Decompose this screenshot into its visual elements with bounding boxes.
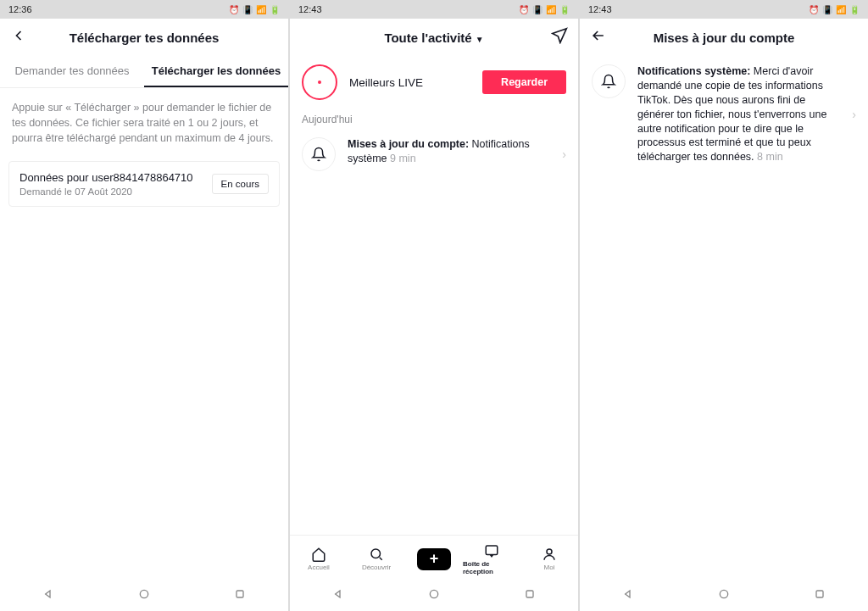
tab-inbox[interactable]: Boîte de réception <box>463 543 520 575</box>
signal-icon: 📶 <box>836 5 846 14</box>
data-request-card: Données pour user8841478864710 Demandé l… <box>8 161 280 207</box>
notification-text: Notifications système: Merci d'avoir dem… <box>637 64 840 164</box>
tabs: Demander tes données Télécharger les don… <box>0 56 288 88</box>
person-icon <box>542 547 557 562</box>
svg-rect-1 <box>236 591 243 597</box>
tab-download-data[interactable]: Télécharger les données <box>144 56 288 87</box>
tab-home[interactable]: Accueil <box>290 547 348 571</box>
data-card-title: Données pour user8841478864710 <box>19 171 193 184</box>
status-time: 12:43 <box>298 4 322 14</box>
tab-me[interactable]: Moi <box>520 547 578 571</box>
nav-recents-icon[interactable] <box>523 587 537 604</box>
tab-request-data[interactable]: Demander tes données <box>0 56 144 87</box>
tab-discover-label: Découvrir <box>362 564 391 571</box>
tab-inbox-label: Boîte de réception <box>463 560 520 575</box>
notification-time: 8 min <box>754 151 783 163</box>
notification-row[interactable]: Mises à jour du compte: Notifications sy… <box>290 129 578 180</box>
battery-icon: 🔋 <box>270 5 280 14</box>
content: Notifications système: Merci d'avoir dem… <box>580 56 868 580</box>
nav-back-icon[interactable] <box>621 587 635 604</box>
bell-icon <box>302 137 336 171</box>
search-icon <box>369 547 384 562</box>
nav-back-icon[interactable] <box>42 587 55 604</box>
svg-point-5 <box>430 590 437 597</box>
nav-home-icon[interactable] <box>427 587 441 604</box>
vibrate-icon: 📳 <box>242 5 253 14</box>
svg-point-4 <box>547 549 552 554</box>
section-today: Aujourd'hui <box>290 108 578 129</box>
svg-point-0 <box>140 590 147 597</box>
page-title: Mises à jour du compte <box>590 31 858 45</box>
svg-rect-3 <box>486 546 498 555</box>
alarm-icon: ⏰ <box>809 5 819 14</box>
back-button[interactable] <box>590 27 607 47</box>
status-time: 12:36 <box>8 4 32 14</box>
nav-recents-icon[interactable] <box>233 587 247 604</box>
android-nav-bar <box>580 580 868 611</box>
chevron-down-icon: ▼ <box>476 35 484 44</box>
notification-time: 9 min <box>387 153 416 164</box>
page-title: Télécharger tes données <box>10 31 278 45</box>
svg-rect-6 <box>526 591 533 597</box>
status-icons: ⏰ 📳 📶 🔋 <box>229 5 280 14</box>
bell-icon <box>592 64 626 98</box>
info-text: Appuie sur « Télécharger » pour demander… <box>0 88 288 154</box>
vibrate-icon: 📳 <box>822 5 832 14</box>
notification-body: Merci d'avoir demandé une copie de tes i… <box>637 65 826 163</box>
status-icons: ⏰ 📳 📶 🔋 <box>519 5 570 14</box>
signal-icon: 📶 <box>546 5 556 14</box>
status-bar: 12:43 ⏰ 📳 📶 🔋 <box>290 0 578 19</box>
live-row[interactable]: Meilleurs LIVE Regarder <box>290 56 578 108</box>
battery-icon: 🔋 <box>559 5 570 14</box>
svg-point-7 <box>720 590 727 597</box>
live-label: Meilleurs LIVE <box>349 76 470 89</box>
screen-download-data: 12:36 ⏰ 📳 📶 🔋 Télécharger tes données De… <box>0 0 288 611</box>
notification-title: Mises à jour du compte: <box>348 138 469 150</box>
alarm-icon: ⏰ <box>229 5 239 14</box>
svg-rect-8 <box>816 591 823 597</box>
svg-point-2 <box>371 549 381 558</box>
screen-activity: 12:43 ⏰ 📳 📶 🔋 Toute l'activité▼ Meilleur… <box>290 0 578 611</box>
header: Mises à jour du compte <box>580 19 868 56</box>
tab-discover[interactable]: Découvrir <box>348 547 405 571</box>
tab-create[interactable]: + <box>405 548 463 570</box>
chevron-right-icon: › <box>852 108 856 121</box>
send-button[interactable] <box>551 27 568 47</box>
nav-back-icon[interactable] <box>331 587 345 604</box>
screen-account-updates: 12:43 ⏰ 📳 📶 🔋 Mises à jour du compte Not… <box>580 0 868 611</box>
tab-me-label: Moi <box>544 564 555 571</box>
chevron-right-icon: › <box>562 147 566 161</box>
live-avatar-icon <box>302 64 337 100</box>
bottom-tab-bar: Accueil Découvrir + Boîte de réception M… <box>290 535 578 580</box>
plus-icon: + <box>417 548 451 570</box>
battery-icon: 🔋 <box>849 5 860 14</box>
android-nav-bar <box>290 580 578 611</box>
nav-home-icon[interactable] <box>717 587 731 604</box>
nav-recents-icon[interactable] <box>813 587 826 604</box>
header: Télécharger tes données <box>0 19 288 56</box>
vibrate-icon: 📳 <box>532 5 542 14</box>
tab-home-label: Accueil <box>308 564 330 571</box>
notification-row[interactable]: Notifications système: Merci d'avoir dem… <box>580 56 868 173</box>
status-bar: 12:43 ⏰ 📳 📶 🔋 <box>580 0 868 19</box>
nav-home-icon[interactable] <box>137 587 151 604</box>
activity-dropdown-label: Toute l'activité <box>384 31 471 45</box>
watch-button[interactable]: Regarder <box>482 70 566 94</box>
header: Toute l'activité▼ <box>290 19 578 56</box>
inbox-icon <box>484 543 499 558</box>
status-icons: ⏰ 📳 📶 🔋 <box>809 5 860 14</box>
content: Appuie sur « Télécharger » pour demander… <box>0 88 288 580</box>
alarm-icon: ⏰ <box>519 5 529 14</box>
status-pending-button[interactable]: En cours <box>212 174 269 194</box>
data-card-subtitle: Demandé le 07 Août 2020 <box>19 186 193 197</box>
home-icon <box>311 547 326 562</box>
android-nav-bar <box>0 580 288 611</box>
back-button[interactable] <box>10 27 27 47</box>
activity-dropdown[interactable]: Toute l'activité▼ <box>300 31 568 45</box>
signal-icon: 📶 <box>256 5 266 14</box>
status-time: 12:43 <box>588 4 612 14</box>
notification-text: Mises à jour du compte: Notifications sy… <box>348 137 550 166</box>
content: Meilleurs LIVE Regarder Aujourd'hui Mise… <box>290 56 578 535</box>
status-bar: 12:36 ⏰ 📳 📶 🔋 <box>0 0 288 19</box>
notification-title: Notifications système: <box>637 65 750 77</box>
